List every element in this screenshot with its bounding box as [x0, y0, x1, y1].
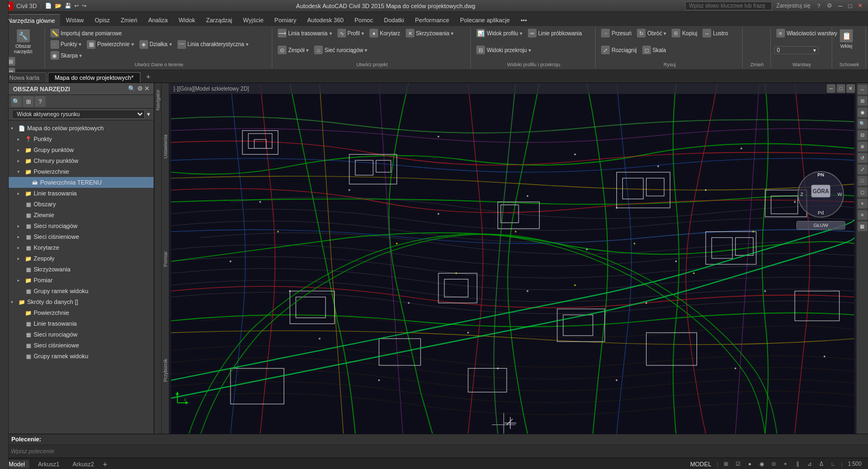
rt-btn-10[interactable]: ◻: [858, 187, 867, 197]
rt-btn-8[interactable]: ⤢: [858, 164, 867, 174]
rt-btn-12[interactable]: ≡: [858, 210, 867, 220]
expand-icon[interactable]: ▾: [11, 126, 16, 131]
doc-tab-active[interactable]: Mapa do celów projektowych*: [48, 72, 141, 83]
save-icon[interactable]: 💾: [65, 3, 71, 9]
obszar-narzedzi-btn[interactable]: 🔧 Obszar narzędzi: [4, 28, 42, 55]
tree-item-punkty[interactable]: ▸📍Punkty: [9, 134, 154, 144]
osnap-icon[interactable]: ⊙: [769, 460, 778, 468]
linia-char-btn[interactable]: 〰 Linia charakterystyczna ▾: [175, 40, 251, 49]
ribbon-tab-polecane-aplikacje[interactable]: Polecane aplikacje: [455, 14, 515, 26]
expand-icon[interactable]: ▸: [17, 256, 23, 261]
viewport-maximize-btn[interactable]: □: [837, 84, 845, 93]
dzialka-btn[interactable]: ◈ Działka ▾: [137, 40, 174, 49]
tree-item-linie-trasowania[interactable]: ▦Linie trasowania: [9, 318, 154, 329]
rt-btn-3[interactable]: ◉: [858, 107, 867, 117]
przybornik-label[interactable]: Przybornik: [163, 357, 168, 384]
annotation-icon[interactable]: ∟: [829, 460, 838, 468]
transparency-icon[interactable]: ⊿: [805, 460, 814, 468]
expand-icon[interactable]: ▸: [17, 148, 23, 153]
gluw-btn[interactable]: GŁUW: [796, 221, 845, 230]
expand-icon[interactable]: ▾: [17, 169, 23, 174]
wklej-btn[interactable]: 📋 Wklej: [835, 28, 857, 50]
rt-btn-13[interactable]: ▦: [858, 221, 867, 231]
rt-btn-2[interactable]: ⊞: [858, 96, 867, 106]
zespol-btn[interactable]: ⊙ Zespół ▾: [276, 45, 311, 55]
ribbon-tab-wyjście[interactable]: Wyjście: [238, 14, 269, 26]
expand-icon[interactable]: ▸: [17, 159, 23, 163]
siec-ruro-btn[interactable]: ⌂ Sieć rurociągów ▾: [312, 45, 369, 55]
tree-item-pomiar[interactable]: ▸📁Pomiar: [9, 275, 154, 286]
ribbon-tab-performance[interactable]: Performance: [410, 14, 455, 26]
tree-item-sieci-cinieniowe[interactable]: ▸▦Sieci ciśnieniowe: [9, 231, 154, 242]
linia-tras-btn[interactable]: ⟶ Linia trasowania ▾: [276, 28, 334, 38]
ribbon-tab-•••[interactable]: •••: [515, 14, 533, 26]
tree-item-grupy-ramek-widoku[interactable]: ▦Grupy ramek widoku: [9, 286, 154, 296]
rt-btn-7[interactable]: ↺: [858, 153, 867, 163]
ribbon-tab-zmień[interactable]: Zmień: [116, 14, 143, 26]
new-file-icon[interactable]: 📄: [45, 3, 52, 9]
ribbon-tab-pomiary[interactable]: Pomiary: [269, 14, 302, 26]
viewport-minimize-btn[interactable]: ─: [827, 84, 835, 93]
korytarz-btn[interactable]: ♦ Korytarz: [367, 28, 402, 38]
cad-viewport[interactable]: [-][Góra][Model szkieletowy 2D] ─ □ ✕: [169, 83, 856, 434]
rt-btn-6[interactable]: ⊕: [858, 142, 867, 151]
expand-icon[interactable]: ▸: [17, 278, 23, 283]
tree-item-zespoy[interactable]: ▸📁Zespoły: [9, 253, 154, 264]
pomiar-label[interactable]: Pomiar: [163, 249, 168, 269]
ribbon-tab-pomoc[interactable]: Pomoc: [349, 14, 378, 26]
tree-item-sieci-rurocigw[interactable]: ▦Sieci rurociągów: [9, 329, 154, 340]
tree-item-mapa-do-celw-projektowych[interactable]: ▾📄Mapa do celów projektowych: [9, 123, 154, 134]
undo-icon[interactable]: ↩: [74, 3, 79, 9]
tree-item-grupy-ramek-widoku[interactable]: ▦Grupy ramek widoku: [9, 351, 154, 362]
expand-icon[interactable]: ▸: [17, 137, 23, 142]
command-input-field[interactable]: [11, 448, 864, 454]
snap-grid-icon[interactable]: ⊞: [722, 460, 730, 468]
profil-btn[interactable]: ∿ Profil ▾: [335, 28, 367, 38]
tree-item-skrty-do-danych-[interactable]: ▾📁Skróty do danych []: [9, 296, 154, 307]
new-tab-btn[interactable]: +: [142, 71, 155, 83]
skarpa-btn[interactable]: ◉ Skarpa ▾: [48, 50, 85, 60]
expand-icon[interactable]: ▾: [11, 300, 16, 305]
tree-item-zlewnie[interactable]: ▦Zlewnie: [9, 210, 154, 220]
layer-0-btn[interactable]: 0 ▾: [774, 46, 819, 54]
rozciagnij-btn[interactable]: ⤢ Rozciągnij: [599, 45, 639, 55]
lineweight-icon[interactable]: ∥: [793, 460, 802, 468]
powierzchnie-btn[interactable]: ▦ Powierzchnie ▾: [85, 40, 136, 49]
snap-icon[interactable]: ☑: [733, 460, 742, 468]
rt-btn-4[interactable]: 🔍: [858, 119, 867, 129]
rt-btn-11[interactable]: ⌖: [858, 199, 867, 208]
tree-item-korytarze[interactable]: ▸▦Korytarze: [9, 242, 154, 253]
arkusz1-tab[interactable]: Arkusz1: [34, 460, 64, 468]
ribbon-tab-wstaw[interactable]: Wstaw: [60, 14, 89, 26]
ribbon-tab-opisz[interactable]: Opisz: [89, 14, 115, 26]
ustawienia-label[interactable]: Ustawienia: [163, 132, 168, 161]
viewport-close-btn[interactable]: ✕: [846, 84, 855, 93]
kopiuj-btn[interactable]: ⎘ Kopiuj: [669, 28, 699, 38]
ribbon-tab-autodesk-360[interactable]: Autodesk 360: [302, 14, 349, 26]
linie-prob-btn[interactable]: ═ Linie próbkowania: [526, 28, 584, 38]
tree-item-powierzchnie[interactable]: 📁Powierzchnie: [9, 307, 154, 318]
scale-label[interactable]: 1:500: [846, 461, 864, 467]
obroc-btn[interactable]: ↻ Obróć ▾: [635, 28, 668, 38]
tree-item-powierzchnia-terenu[interactable]: 🏔Powierzchnia TERENU: [9, 177, 154, 188]
doc-tab-new[interactable]: Nowa karta: [2, 72, 47, 83]
rt-btn-1[interactable]: ↔: [858, 85, 867, 94]
view-dropdown[interactable]: Widok aktywnego rysunku: [12, 110, 145, 119]
tree-item-chmury-punktw[interactable]: ▸📁Chmury punktów: [9, 155, 154, 166]
tree-item-sieci-cinieniowe[interactable]: ▦Sieci ciśnieniowe: [9, 340, 154, 351]
skala-btn[interactable]: ◻ Skala: [640, 45, 668, 55]
arkusz2-tab[interactable]: Arkusz2: [68, 460, 99, 468]
punkty-btn[interactable]: · Punkty ▾: [48, 40, 84, 49]
ribbon-tab-dodatki[interactable]: Dodatki: [379, 14, 410, 26]
expand-icon[interactable]: ▸: [17, 245, 23, 250]
expand-icon[interactable]: ▸: [17, 224, 23, 229]
palette-btn-3[interactable]: ?: [35, 96, 46, 107]
expand-icon[interactable]: ▸: [17, 191, 23, 196]
tree-item-sieci-rurocigw[interactable]: ▸▦Sieci rurociągów: [9, 220, 154, 231]
redo-icon[interactable]: ↪: [82, 3, 86, 9]
widok-profilu-btn[interactable]: 📊 Widok profilu ▾: [474, 28, 525, 38]
importuj-btn[interactable]: 📏 Importuj dane pomiarowe: [48, 28, 270, 38]
expand-icon[interactable]: ▸: [17, 234, 23, 239]
maximize-btn[interactable]: □: [846, 2, 854, 10]
palette-btn-2[interactable]: ⊞: [23, 96, 34, 107]
